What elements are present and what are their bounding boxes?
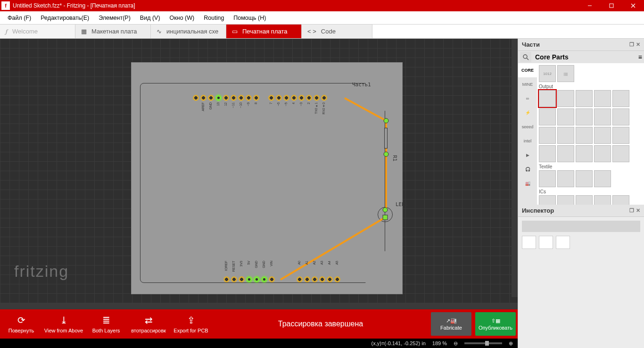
parts-list[interactable]: 1012|||| Output Textile ICs (537, 63, 644, 205)
part-thumb[interactable] (576, 90, 593, 107)
pcb-pad[interactable] (306, 95, 312, 101)
pcb-pad[interactable] (223, 276, 230, 282)
tab-code[interactable]: < > Code (302, 25, 372, 38)
part-thumb[interactable] (594, 145, 611, 162)
pcb-canvas[interactable]: Часть1 R1 LED1 AREFGND1312~11~10~9 (0, 39, 518, 303)
part-thumb[interactable] (612, 90, 629, 107)
vertical-scrollbar[interactable] (512, 39, 518, 297)
bin-seeed[interactable]: seeed (518, 120, 537, 134)
pcb-pad[interactable] (215, 95, 222, 101)
pcb-pad[interactable] (298, 95, 305, 101)
pcb-pad[interactable] (246, 95, 252, 101)
tab-schematic[interactable]: ∿ инципиальная схе (151, 25, 226, 38)
zoom-out-button[interactable]: ⊖ (454, 340, 458, 347)
bin-arduino[interactable]: ∞ (518, 91, 537, 106)
rotate-button[interactable]: ⟳ Повернуть (0, 309, 42, 339)
tab-welcome[interactable]: 𝒇 Welcome (0, 25, 75, 38)
pcb-pad[interactable] (223, 95, 229, 101)
pcb-pad[interactable] (319, 276, 325, 282)
part-thumb[interactable] (594, 90, 611, 107)
part-thumb[interactable] (539, 90, 556, 107)
horizontal-scrollbar[interactable] (0, 303, 518, 309)
pcb-pad[interactable] (327, 276, 333, 282)
part-thumb[interactable] (576, 108, 593, 125)
menu-edit[interactable]: Редактировать(E) (36, 13, 94, 23)
inspector-title-field[interactable] (522, 221, 640, 232)
part-thumb[interactable] (557, 145, 574, 162)
pcb-pad[interactable] (304, 276, 310, 282)
part-thumb[interactable]: |||| (557, 65, 574, 82)
resistor-body[interactable] (384, 128, 388, 149)
part-thumb[interactable] (557, 108, 574, 125)
pcb-pad[interactable] (321, 95, 327, 101)
inspector-tab[interactable] (522, 236, 536, 249)
inspector-tab[interactable] (556, 236, 570, 249)
menu-routing[interactable]: Routing (199, 13, 229, 23)
layers-button[interactable]: ≣ Both Layers (85, 309, 127, 339)
pcb-pad[interactable] (334, 276, 340, 282)
part-thumb[interactable] (557, 170, 574, 187)
part-thumb[interactable] (594, 127, 611, 144)
pcb-pad[interactable] (231, 276, 237, 282)
pcb-pad[interactable] (208, 95, 214, 101)
maximize-button[interactable] (601, 0, 622, 11)
part-thumb[interactable] (539, 108, 556, 125)
power-header-pads[interactable] (223, 276, 275, 282)
part-thumb[interactable] (612, 195, 629, 205)
bin-menu-icon[interactable]: ≡ (638, 53, 642, 61)
view-from-button[interactable]: ⤓ View from Above (42, 309, 85, 339)
analog-header-pads[interactable] (297, 276, 340, 282)
pcb-pad[interactable] (261, 276, 267, 282)
part-thumb[interactable] (594, 108, 611, 125)
bin-contrib[interactable]: 🏭 (518, 176, 537, 191)
search-parts-button[interactable] (520, 52, 531, 62)
part-thumb[interactable] (557, 90, 574, 107)
pcb-pad[interactable] (312, 276, 318, 282)
close-panel-icon[interactable]: ✕ (636, 41, 640, 48)
pcb-pad[interactable] (231, 95, 237, 101)
publish-button[interactable]: ⇧▦ Опубликовать (475, 312, 516, 336)
pcb-pad[interactable] (297, 276, 303, 282)
pcb-pad[interactable] (193, 95, 199, 101)
part-thumb[interactable] (594, 170, 611, 187)
top-header-pads[interactable] (193, 95, 327, 101)
part-thumb[interactable] (576, 195, 593, 205)
part-thumb[interactable] (594, 195, 611, 205)
part-thumb[interactable]: 1012 (539, 65, 556, 82)
part-thumb[interactable] (576, 145, 593, 162)
tab-pcb[interactable]: ▭ Печатная плата (226, 25, 302, 38)
undock-icon[interactable]: ❐ (629, 41, 634, 48)
part-thumb[interactable] (539, 170, 556, 187)
pcb-pad[interactable] (246, 276, 252, 282)
close-panel-icon[interactable]: ✕ (636, 207, 640, 214)
pcb-pad[interactable] (200, 95, 206, 101)
part-thumb[interactable] (576, 127, 593, 144)
part-thumb[interactable] (557, 127, 574, 144)
zoom-in-button[interactable]: ⊕ (509, 340, 513, 347)
part-thumb[interactable] (539, 195, 556, 205)
part-thumb[interactable] (612, 127, 629, 144)
zoom-slider[interactable] (464, 342, 502, 344)
bin-audio[interactable]: 🎧 (518, 162, 537, 176)
inspector-tab[interactable] (539, 236, 553, 249)
fabricate-button[interactable]: ↗🏭 Fabricate (431, 312, 471, 336)
menu-file[interactable]: Файл (F) (3, 13, 36, 23)
part-thumb[interactable] (557, 195, 574, 205)
bin-core[interactable]: CORE (518, 63, 537, 77)
autoroute-button[interactable]: ⇄ втотрассировк (127, 309, 170, 339)
export-pcb-button[interactable]: ⇪ Export for PCB (170, 309, 212, 339)
pcb-pad[interactable] (268, 95, 274, 101)
close-button[interactable] (622, 0, 644, 11)
pcb-pad[interactable] (254, 276, 260, 282)
part-thumb[interactable] (612, 145, 629, 162)
pcb-pad[interactable] (239, 276, 245, 282)
pcb-pad[interactable] (238, 95, 244, 101)
tab-breadboard[interactable]: ▦ Макетная плата (75, 25, 151, 38)
pcb-pad[interactable] (253, 95, 259, 101)
menu-element[interactable]: Элемент(P) (94, 13, 135, 23)
pcb-pad[interactable] (291, 95, 297, 101)
menu-window[interactable]: Окно (W) (165, 13, 199, 23)
bin-sparkfun[interactable]: ⚡ (518, 106, 537, 120)
pcb-board[interactable]: Часть1 R1 LED1 AREFGND1312~11~10~9 (131, 62, 403, 294)
part-thumb[interactable] (576, 170, 593, 187)
